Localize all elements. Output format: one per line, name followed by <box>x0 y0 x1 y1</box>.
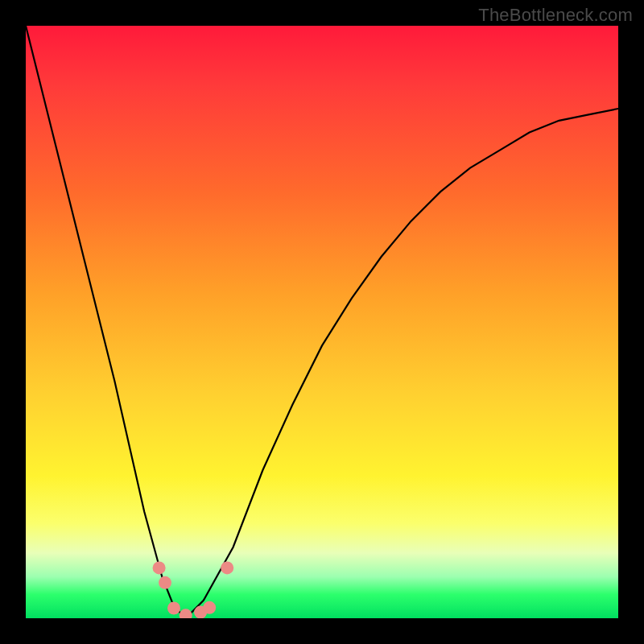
bottleneck-curve <box>26 26 618 618</box>
point-bottom-d <box>203 601 216 614</box>
plot-area <box>26 26 618 618</box>
point-left-a <box>153 561 166 574</box>
watermark-text: TheBottleneck.com <box>478 5 633 26</box>
point-bottom-b <box>180 609 192 618</box>
point-bottom-a <box>167 602 180 615</box>
chart-svg <box>26 26 618 618</box>
point-right-a <box>221 561 233 574</box>
point-left-b <box>159 576 171 589</box>
chart-frame: TheBottleneck.com <box>0 0 644 644</box>
